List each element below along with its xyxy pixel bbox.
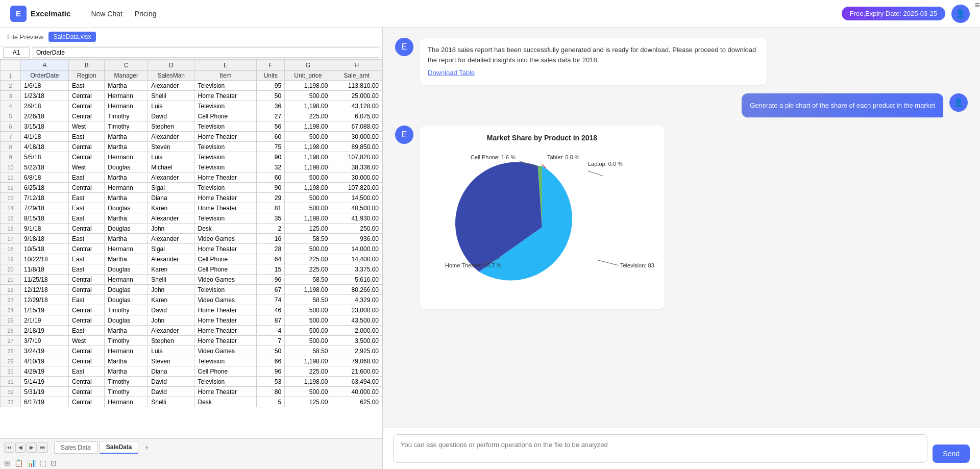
cell-17-0[interactable]: 9/18/18 <box>21 234 69 244</box>
avatar[interactable]: 👤 <box>951 5 970 23</box>
cell-31-5[interactable]: 53 <box>257 377 285 387</box>
cell-25-7[interactable]: 43,500.00 <box>331 315 382 326</box>
bottom-icon-4[interactable]: ⬚ <box>40 459 46 467</box>
cell-15-2[interactable]: Martha <box>105 213 148 224</box>
cell-28-7[interactable]: 2,925.00 <box>331 346 382 356</box>
cell-13-1[interactable]: East <box>68 193 104 203</box>
cell-2-7[interactable]: 113,810.00 <box>331 81 382 91</box>
cell-27-3[interactable]: Stephen <box>148 336 194 346</box>
cell-reference[interactable] <box>3 47 30 58</box>
cell-16-2[interactable]: Douglas <box>105 224 148 234</box>
cell-32-1[interactable]: Central <box>68 387 104 397</box>
cell-7-7[interactable]: 30,000.00 <box>331 132 382 142</box>
cell-7-0[interactable]: 4/1/18 <box>21 132 69 142</box>
cell-9-1[interactable]: Central <box>68 152 104 162</box>
cell-7-4[interactable]: Home Theater <box>194 132 257 142</box>
cell-24-1[interactable]: Central <box>68 305 104 315</box>
cell-20-3[interactable]: Karen <box>148 264 194 275</box>
cell-20-2[interactable]: Douglas <box>105 264 148 275</box>
cell-7-1[interactable]: East <box>68 132 104 142</box>
cell-15-3[interactable]: Alexander <box>148 213 194 224</box>
plan-badge[interactable]: Free,Expiry Date: 2025-03-25 <box>842 7 945 20</box>
cell-21-6[interactable]: 58.50 <box>285 275 331 285</box>
cell-10-2[interactable]: Douglas <box>105 162 148 172</box>
cell-29-1[interactable]: Central <box>68 356 104 366</box>
cell-12-7[interactable]: 107,820.00 <box>331 183 382 193</box>
cell-9-4[interactable]: Television <box>194 152 257 162</box>
cell-4-1[interactable]: Central <box>68 101 104 111</box>
cell-6-4[interactable]: Television <box>194 121 257 132</box>
cell-10-0[interactable]: 5/22/18 <box>21 162 69 172</box>
nav-pricing[interactable]: Pricing <box>135 10 157 18</box>
cell-27-1[interactable]: West <box>68 336 104 346</box>
cell-27-2[interactable]: Timothy <box>105 336 148 346</box>
bottom-icon-2[interactable]: 📋 <box>14 459 23 467</box>
cell-23-5[interactable]: 74 <box>257 295 285 305</box>
cell-5-1[interactable]: Central <box>68 111 104 121</box>
cell-12-1[interactable]: Central <box>68 183 104 193</box>
download-link[interactable]: Download Table <box>428 68 758 78</box>
cell-28-6[interactable]: 58.50 <box>285 346 331 356</box>
cell-5-2[interactable]: Timothy <box>105 111 148 121</box>
cell-33-1[interactable]: Central <box>68 397 104 407</box>
cell-17-6[interactable]: 58.50 <box>285 234 331 244</box>
cell-3-4[interactable]: Home Theater <box>194 91 257 101</box>
cell-29-7[interactable]: 79,068.00 <box>331 356 382 366</box>
cell-15-7[interactable]: 41,930.00 <box>331 213 382 224</box>
cell-19-6[interactable]: 225.00 <box>285 254 331 264</box>
cell-29-5[interactable]: 66 <box>257 356 285 366</box>
cell-21-2[interactable]: Hermann <box>105 275 148 285</box>
cell-33-0[interactable]: 6/17/19 <box>21 397 69 407</box>
cell-30-7[interactable]: 21,600.00 <box>331 366 382 377</box>
cell-3-5[interactable]: 50 <box>257 91 285 101</box>
cell-28-1[interactable]: Central <box>68 346 104 356</box>
cell-20-7[interactable]: 3,375.00 <box>331 264 382 275</box>
sheet-nav-prev[interactable]: ◀ <box>15 442 26 453</box>
header-unit-price[interactable]: Unit_price <box>285 71 331 81</box>
cell-6-6[interactable]: 1,198.00 <box>285 121 331 132</box>
cell-19-1[interactable]: East <box>68 254 104 264</box>
cell-18-7[interactable]: 14,000.00 <box>331 244 382 254</box>
cell-8-3[interactable]: Steven <box>148 142 194 152</box>
cell-11-1[interactable]: East <box>68 172 104 183</box>
cell-30-3[interactable]: Diana <box>148 366 194 377</box>
cell-28-2[interactable]: Hermann <box>105 346 148 356</box>
cell-3-7[interactable]: 25,000.00 <box>331 91 382 101</box>
cell-18-4[interactable]: Home Theater <box>194 244 257 254</box>
cell-26-6[interactable]: 500.00 <box>285 326 331 336</box>
cell-25-6[interactable]: 500.00 <box>285 315 331 326</box>
cell-22-0[interactable]: 12/12/18 <box>21 285 69 295</box>
cell-28-4[interactable]: Video Games <box>194 346 257 356</box>
cell-18-3[interactable]: Sigal <box>148 244 194 254</box>
cell-3-1[interactable]: Central <box>68 91 104 101</box>
cell-22-2[interactable]: Douglas <box>105 285 148 295</box>
cell-32-5[interactable]: 80 <box>257 387 285 397</box>
cell-4-3[interactable]: Luis <box>148 101 194 111</box>
cell-10-7[interactable]: 38,336.00 <box>331 162 382 172</box>
cell-21-3[interactable]: Shelli <box>148 275 194 285</box>
cell-16-6[interactable]: 125.00 <box>285 224 331 234</box>
cell-2-2[interactable]: Martha <box>105 81 148 91</box>
cell-19-5[interactable]: 64 <box>257 254 285 264</box>
cell-31-3[interactable]: David <box>148 377 194 387</box>
cell-21-4[interactable]: Video Games <box>194 275 257 285</box>
cell-26-2[interactable]: Martha <box>105 326 148 336</box>
cell-24-6[interactable]: 500.00 <box>285 305 331 315</box>
cell-33-2[interactable]: Hermann <box>105 397 148 407</box>
cell-3-2[interactable]: Hermann <box>105 91 148 101</box>
cell-12-6[interactable]: 1,198.00 <box>285 183 331 193</box>
cell-31-0[interactable]: 5/14/19 <box>21 377 69 387</box>
cell-18-2[interactable]: Hermann <box>105 244 148 254</box>
cell-11-6[interactable]: 500.00 <box>285 172 331 183</box>
cell-6-1[interactable]: West <box>68 121 104 132</box>
cell-4-7[interactable]: 43,128.00 <box>331 101 382 111</box>
cell-22-1[interactable]: Central <box>68 285 104 295</box>
cell-31-2[interactable]: Timothy <box>105 377 148 387</box>
cell-15-1[interactable]: East <box>68 213 104 224</box>
cell-11-5[interactable]: 60 <box>257 172 285 183</box>
cell-2-3[interactable]: Alexander <box>148 81 194 91</box>
cell-29-0[interactable]: 4/10/19 <box>21 356 69 366</box>
cell-5-5[interactable]: 27 <box>257 111 285 121</box>
cell-9-2[interactable]: Hermann <box>105 152 148 162</box>
cell-4-6[interactable]: 1,198.00 <box>285 101 331 111</box>
